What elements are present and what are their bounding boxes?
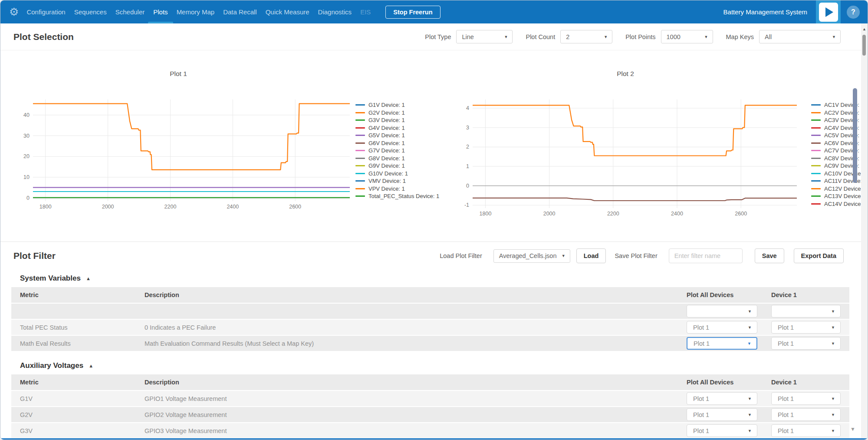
legend-item-g8v-device-1[interactable]: G8V Device: 1 (355, 155, 439, 162)
help-icon[interactable]: ? (847, 6, 860, 19)
chevron-down-icon: ▼ (604, 35, 608, 39)
nav-item-quick-measure[interactable]: Quick Measure (261, 0, 314, 23)
plot1-legend: G1V Device: 1G2V Device: 1G3V Device: 1G… (355, 101, 439, 200)
legend-item-ac3v-device-1[interactable]: AC3V Device: 1 (811, 116, 867, 124)
svg-text:2000: 2000 (543, 211, 556, 217)
plot2-chart[interactable]: -10123418002000220024002600 (460, 87, 803, 218)
device1-dropdown-value: Plot 1 (778, 427, 794, 434)
plot-count-label: Plot Count (526, 33, 555, 40)
nav-item-memory-map[interactable]: Memory Map (172, 0, 219, 23)
legend-item-ac11v-device-1[interactable]: AC11V Device: 1 (811, 177, 867, 185)
legend-line-swatch (811, 158, 821, 159)
legend-item-ac4v-device-1[interactable]: AC4V Device: 1 (811, 124, 867, 132)
load-filter-value: Averaged_Cells.json (499, 252, 557, 259)
scroll-down-icon[interactable]: ▼ (850, 426, 855, 432)
legend-item-ac7v-device-1[interactable]: AC7V Device: 1 (811, 147, 867, 155)
legend-item-total-pec-status-device-1[interactable]: Total_PEC_Status Device: 1 (355, 192, 439, 200)
export-data-button[interactable]: Export Data (794, 248, 844, 263)
nav-item-configuration[interactable]: Configuration (22, 0, 69, 23)
device1-dropdown[interactable]: Plot 1▼ (771, 321, 841, 334)
svg-text:2400: 2400 (671, 211, 683, 217)
plot-count-dropdown[interactable]: 2▼ (560, 30, 612, 43)
device1-dropdown[interactable]: Plot 1▼ (771, 424, 841, 437)
section-title: System Variables (20, 274, 81, 283)
run-button[interactable] (816, 0, 841, 23)
window-scrollbar[interactable]: ▲ (861, 23, 868, 440)
legend-item-ac12v-device-1[interactable]: AC12V Device: 1 (811, 185, 867, 193)
chevron-down-icon: ▼ (831, 429, 835, 433)
stop-freerun-button[interactable]: Stop Freerun (385, 6, 440, 19)
scroll-up-icon[interactable]: ▲ (861, 27, 868, 31)
table-header-row: MetricDescriptionPlot All DevicesDevice … (11, 374, 849, 390)
legend-item-g5v-device-1[interactable]: G5V Device: 1 (355, 132, 439, 139)
legend-label: AC4V Device: 1 (824, 125, 864, 131)
legend-item-g7v-device-1[interactable]: G7V Device: 1 (355, 147, 439, 155)
map-keys-dropdown[interactable]: All▼ (759, 30, 841, 43)
svg-text:0: 0 (26, 195, 30, 201)
collapse-icon[interactable]: ▲ (89, 363, 93, 368)
nav-item-eis[interactable]: EIS (356, 0, 375, 23)
control-plot-points: Plot Points1000▼ (625, 30, 713, 43)
legend-item-g3v-device-1[interactable]: G3V Device: 1 (355, 116, 439, 124)
legend-item-ac10v-device-1[interactable]: AC10V Device: 1 (811, 170, 867, 178)
legend-item-vmv-device-1[interactable]: VMV Device: 1 (355, 177, 439, 185)
nav-item-diagnostics[interactable]: Diagnostics (314, 0, 356, 23)
legend-item-g6v-device-1[interactable]: G6V Device: 1 (355, 139, 439, 147)
nav-item-sequences[interactable]: Sequences (70, 0, 111, 23)
legend-line-swatch (811, 195, 821, 197)
svg-text:2200: 2200 (164, 204, 177, 210)
chevron-down-icon: ▼ (562, 254, 566, 258)
chevron-down-icon: ▼ (704, 35, 708, 39)
load-button[interactable]: Load (576, 248, 606, 263)
device1-dropdown-value: Plot 1 (778, 340, 794, 347)
nav-item-plots[interactable]: Plots (149, 0, 172, 23)
gear-icon[interactable]: ⚙ (9, 7, 19, 17)
legend-item-ac9v-device-1[interactable]: AC9V Device: 1 (811, 162, 867, 170)
save-button[interactable]: Save (755, 248, 784, 263)
control-map-keys: Map KeysAll▼ (726, 30, 841, 43)
svg-text:1: 1 (466, 163, 469, 169)
nav-items: ConfigurationSequencesSchedulerPlotsMemo… (22, 0, 375, 23)
device1-dropdown[interactable]: Plot 1▼ (771, 337, 841, 350)
legend-item-g10v-device-1[interactable]: G10V Device: 1 (355, 170, 439, 178)
legend-line-swatch (355, 180, 365, 182)
legend-item-ac1v-device-1[interactable]: AC1V Device: 1 (811, 101, 867, 109)
filter-name-input[interactable] (669, 248, 743, 263)
metrics-table: MetricDescriptionPlot All DevicesDevice … (11, 374, 849, 440)
legend-item-vpv-device-1[interactable]: VPV Device: 1 (355, 185, 439, 193)
app-title: Battery Management System (723, 8, 807, 16)
legend-item-ac2v-device-1[interactable]: AC2V Device: 1 (811, 109, 867, 117)
plot-all-dropdown[interactable]: Plot 1▼ (687, 424, 757, 437)
load-filter-dropdown[interactable]: Averaged_Cells.json ▼ (493, 249, 570, 263)
nav-item-data-recall[interactable]: Data Recall (219, 0, 261, 23)
legend-item-g1v-device-1[interactable]: G1V Device: 1 (355, 101, 439, 109)
nav-item-scheduler[interactable]: Scheduler (111, 0, 149, 23)
plot-points-dropdown[interactable]: 1000▼ (661, 30, 713, 43)
plot-all-dropdown[interactable]: Plot 1▼ (687, 337, 757, 350)
plot1-chart[interactable]: 01020304018002000220024002600 (13, 87, 356, 218)
legend-item-ac5v-device-1[interactable]: AC5V Device: 1 (811, 132, 867, 139)
plot-selection-title: Plot Selection (13, 32, 74, 42)
legend-item-ac6v-device-1[interactable]: AC6V Device: 1 (811, 139, 867, 147)
legend-item-ac8v-device-1[interactable]: AC8V Device: 1 (811, 155, 867, 162)
device1-dropdown[interactable]: Plot 1▼ (771, 408, 841, 421)
plot-all-dropdown[interactable]: ▼ (687, 305, 757, 318)
plot-all-dropdown[interactable]: Plot 1▼ (687, 321, 757, 334)
plot-all-dropdown[interactable]: Plot 1▼ (687, 408, 757, 421)
legend-line-swatch (355, 135, 365, 136)
collapse-icon[interactable]: ▲ (86, 276, 91, 281)
legend-item-ac14v-device-1[interactable]: AC14V Device: 1 (811, 200, 867, 208)
device1-dropdown[interactable]: ▼ (771, 305, 841, 318)
content-scrollbar-thumb[interactable] (853, 88, 857, 183)
device1-dropdown[interactable]: Plot 1▼ (771, 392, 841, 405)
legend-item-g2v-device-1[interactable]: G2V Device: 1 (355, 109, 439, 117)
plot-all-dropdown[interactable]: Plot 1▼ (687, 392, 757, 405)
svg-text:2600: 2600 (735, 211, 747, 217)
legend-item-g9v-device-1[interactable]: G9V Device: 1 (355, 162, 439, 170)
plot-type-dropdown[interactable]: Line▼ (456, 30, 513, 43)
window-scrollbar-thumb[interactable] (862, 35, 866, 56)
table-header-row: MetricDescriptionPlot All DevicesDevice … (11, 287, 849, 303)
legend-item-g4v-device-1[interactable]: G4V Device: 1 (355, 124, 439, 132)
plot-points-value: 1000 (667, 33, 681, 40)
legend-item-ac13v-device-1[interactable]: AC13V Device: 1 (811, 192, 867, 200)
